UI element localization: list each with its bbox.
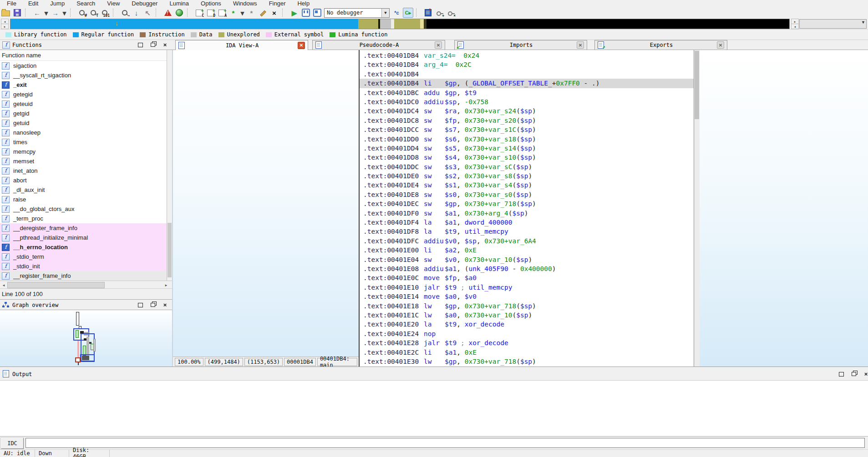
jump-xref-icon[interactable]: ↖ [142, 8, 153, 18]
disasm-line[interactable]: .text:00401E10jalr$t9 ; util_memcpy [360, 283, 694, 292]
chevron-down-icon[interactable]: ▼ [381, 9, 389, 17]
add-function-icon[interactable]: * [228, 8, 239, 18]
menu-options[interactable]: Options [195, 0, 227, 7]
make-code-icon[interactable]: C [194, 8, 204, 18]
disasm-line[interactable]: .text:00401E2Cli$a1, 0xE [360, 348, 694, 357]
ida-view-a-canvas[interactable] [173, 50, 359, 357]
function-row[interactable]: fabort [0, 176, 167, 185]
disassembly-listing[interactable]: .text:00401DB4var_s24= 0x24.text:00401DB… [360, 51, 694, 366]
functions-close-button[interactable]: × [161, 41, 169, 48]
forward-icon[interactable]: → [50, 8, 61, 18]
disasm-line[interactable]: .text:00401DC4sw$ra, 0x730+var_s24($sp) [360, 106, 694, 116]
navband-right-down-button[interactable]: ◂ [791, 24, 799, 29]
functions-float-button[interactable] [149, 41, 157, 48]
tab-pseudocode-a[interactable]: Pseudocode-A✕ [312, 40, 445, 50]
menu-windows[interactable]: Windows [227, 0, 263, 7]
graph-overview-restore-button[interactable] [137, 301, 144, 308]
disasm-line[interactable]: .text:00401E04sw$v0, 0x730+var_10($sp) [360, 255, 694, 264]
function-name-column-header[interactable]: Function name [0, 50, 167, 61]
disassembly-view[interactable]: .text:00401DB4var_s24= 0x24.text:00401DB… [359, 50, 700, 367]
disasm-line[interactable]: .text:00401DECsw$gp, 0x730+var_718($sp) [360, 199, 694, 208]
output-float-button[interactable] [850, 371, 858, 377]
debug-run-icon[interactable]: ▶ [289, 8, 299, 18]
disassembly-vertical-scrollbar[interactable] [694, 50, 700, 367]
forward-history-dropdown[interactable]: ▾ [61, 8, 67, 18]
disasm-line[interactable]: .text:00401DCCsw$s7, 0x730+var_s1C($sp) [360, 125, 694, 134]
disasm-line[interactable]: .text:00401E14move$a0, $v0 [360, 292, 694, 301]
make-array-icon[interactable]: A [217, 8, 227, 18]
disasm-line[interactable]: .text:00401E30lw$gp, 0x730+var_718($sp) [360, 357, 694, 366]
disasm-line[interactable]: .text:00401DD4sw$s5, 0x730+var_s14($sp) [360, 144, 694, 153]
disasm-line[interactable]: .text:00401DDCsw$s3, 0x730+var_sC($sp) [360, 162, 694, 171]
tab-close-icon[interactable]: ✕ [298, 42, 305, 49]
output-close-button[interactable]: × [862, 371, 868, 377]
back-history-dropdown[interactable]: ▾ [43, 8, 49, 18]
functions-restore-button[interactable] [137, 41, 144, 48]
tab-close-icon[interactable]: ✕ [577, 41, 584, 49]
debugger-windows-icon[interactable] [423, 8, 433, 18]
functions-hscroll-thumb[interactable] [7, 282, 105, 288]
function-row[interactable]: f__register_frame_info [0, 271, 167, 281]
tab-close-icon[interactable]: ✕ [435, 41, 442, 49]
navband-segment[interactable] [394, 19, 420, 29]
hscroll-left-arrow-icon[interactable]: ◂ [0, 282, 7, 288]
function-row[interactable]: f__pthread_initialize_minimal [0, 233, 167, 242]
jump-down-icon[interactable]: ↓ [131, 8, 142, 18]
graph-overview-thumbnail[interactable] [0, 310, 172, 367]
disasm-line-current[interactable]: .text:00401DB4li$gp, (_GLOBAL_OFFSET_TAB… [360, 79, 694, 88]
lumina-icon[interactable] [174, 8, 184, 18]
function-row[interactable]: f__h_errno_location [0, 242, 167, 252]
function-row[interactable]: f__deregister_frame_info [0, 223, 167, 233]
menu-help[interactable]: Help [291, 0, 315, 7]
disasm-line[interactable]: .text:00401DBCaddu$gp, $t9 [360, 88, 694, 97]
disasm-line[interactable]: .text:00401E1Clw$a0, 0x730+var_10($sp) [360, 311, 694, 320]
run-to-cursor-icon[interactable]: C▸ [403, 8, 413, 18]
disasm-line[interactable]: .text:00401E00li$a2, 0xE [360, 246, 694, 255]
save-file-icon[interactable] [12, 8, 22, 18]
function-row[interactable]: fgeteuid [0, 99, 167, 109]
disasm-line[interactable]: .text:00401DF4la$a1, dword_400000 [360, 218, 694, 227]
menu-edit[interactable]: Edit [22, 0, 44, 7]
add-key-icon[interactable]: + [434, 8, 445, 18]
menu-view[interactable]: View [101, 0, 126, 7]
search-next-icon[interactable]: → [120, 8, 130, 18]
navband-segment[interactable] [10, 19, 358, 29]
function-row[interactable]: f_stdio_term [0, 252, 167, 261]
navigation-band[interactable]: ↓ [10, 19, 790, 29]
disasm-line[interactable]: .text:00401E20la$t9, xor_decode [360, 320, 694, 329]
function-row[interactable]: fmemset [0, 156, 167, 166]
disasm-line[interactable]: .text:00401DC8sw$fp, 0x730+var_s20($sp) [360, 116, 694, 125]
function-row[interactable]: fraise [0, 195, 167, 204]
graph-overview-close-button[interactable]: × [161, 301, 169, 308]
debug-pause-icon[interactable] [300, 8, 311, 18]
search-text-icon[interactable]: T [88, 8, 99, 18]
output-log-area[interactable] [0, 380, 868, 437]
disasm-line[interactable]: .text:00401E24nop [360, 329, 694, 338]
command-line-input[interactable] [25, 438, 865, 448]
function-row[interactable]: f__syscall_rt_sigaction [0, 70, 167, 80]
disasm-line[interactable]: .text:00401E0Cmove$fp, $a0 [360, 273, 694, 282]
open-file-icon[interactable] [0, 8, 11, 18]
functions-horizontal-scrollbar[interactable]: ◂ ▸ [0, 281, 172, 288]
edit-icon[interactable] [258, 8, 268, 18]
menu-lumina[interactable]: Lumina [163, 0, 195, 7]
debugger-selector[interactable]: No debugger▼ [324, 8, 390, 18]
disasm-line[interactable]: .text:00401DD8sw$s4, 0x730+var_s10($sp) [360, 153, 694, 162]
tab-exports[interactable]: Exports✕ [594, 40, 727, 50]
disassembly-vscroll-thumb[interactable] [695, 51, 699, 119]
tab-imports[interactable]: Imports✕ [454, 40, 587, 50]
undefine-icon[interactable]: × [269, 8, 279, 18]
navband-segment[interactable] [391, 19, 394, 29]
function-row[interactable]: f__do_global_ctors_aux [0, 204, 167, 214]
disasm-line[interactable]: .text:00401DE4sw$s1, 0x730+var_s4($sp) [360, 181, 694, 190]
functions-vscroll-thumb[interactable] [168, 223, 172, 277]
tab-close-icon[interactable]: ✕ [717, 41, 724, 49]
make-data-icon[interactable]: D [205, 8, 216, 18]
disasm-line[interactable]: .text:00401DE8sw$s0, 0x730+var_s0($sp) [360, 190, 694, 199]
menu-finger[interactable]: Finger [263, 0, 292, 7]
navband-segment[interactable] [380, 19, 391, 29]
disasm-line[interactable]: .text:00401DD0sw$s6, 0x730+var_s18($sp) [360, 135, 694, 144]
search-name-icon[interactable]: # [77, 8, 87, 18]
graph-overview-float-button[interactable] [149, 301, 157, 308]
function-row[interactable]: f_stdio_init [0, 261, 167, 271]
